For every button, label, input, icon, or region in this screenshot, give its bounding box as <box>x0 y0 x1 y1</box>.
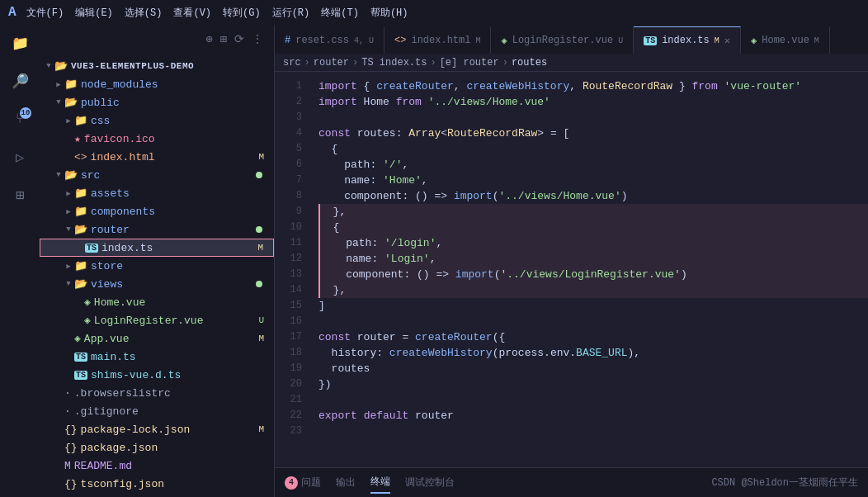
var-token: path <box>318 159 370 171</box>
spacer <box>63 151 74 163</box>
bottom-tab-输出[interactable]: 输出 <box>336 472 356 493</box>
punct-token: , <box>569 80 583 92</box>
line-number: 17 <box>275 329 312 345</box>
sidebar-item[interactable]: ▶📁store <box>40 257 274 275</box>
var-token: routes <box>351 127 396 140</box>
punct-token: ) <box>621 190 628 202</box>
sidebar-item[interactable]: ★favicon.ico <box>40 130 274 148</box>
editor-tab-index-html[interactable]: <>index.htmlM <box>384 26 491 54</box>
code-editor[interactable]: 1234567891011121314151617181920212223 im… <box>275 72 868 467</box>
file-icon: {} <box>64 442 78 454</box>
bottom-tab-label: 问题 <box>301 476 321 490</box>
sidebar-header: ⊕ ⊞ ⟳ ⋮ <box>40 25 274 54</box>
var-token: path <box>320 237 371 249</box>
breadcrumb-part[interactable]: TS index.ts <box>361 57 427 69</box>
line-number: 12 <box>275 251 312 267</box>
sidebar-item[interactable]: ·.browserslistrc <box>40 384 274 402</box>
item-label: Home.vue <box>94 296 145 309</box>
menu-item[interactable]: 运行(R) <box>272 6 310 20</box>
editor-tab-reset-css[interactable]: #reset.css4, U <box>275 26 384 54</box>
sidebar-item[interactable]: TS shims-vue.d.ts <box>40 366 274 384</box>
menu-item[interactable]: 查看(V) <box>173 6 211 20</box>
sidebar-item[interactable]: ▼📂router <box>40 220 274 239</box>
arrow-icon: ▶ <box>63 260 74 272</box>
files-icon[interactable]: 📁 <box>8 31 31 54</box>
sidebar-item[interactable]: ▶📁components <box>40 202 274 220</box>
collapse-all-icon[interactable]: ⋮ <box>252 32 264 46</box>
menu-item[interactable]: 转到(G) <box>223 6 261 20</box>
close-tab-icon[interactable]: ✕ <box>724 35 730 47</box>
sidebar-item[interactable]: MREADME.md <box>40 457 274 475</box>
search-icon[interactable]: 🔎 <box>8 69 31 92</box>
menu-item[interactable]: 终端(T) <box>321 6 359 20</box>
kw-token: const <box>318 331 351 343</box>
refresh-icon[interactable]: ⟳ <box>234 32 245 46</box>
sidebar-header-icons[interactable]: ⊕ ⊞ ⟳ ⋮ <box>205 32 264 46</box>
sidebar-item[interactable]: {}tsconfig.json <box>40 475 274 493</box>
item-label: README.md <box>74 460 132 472</box>
var-token: name <box>320 253 371 265</box>
sidebar-root[interactable]: ▼📂VUE3-ELEMENTPLUS-DEMO <box>40 57 274 75</box>
sidebar-item[interactable]: {}package.json <box>40 438 274 457</box>
breadcrumb-part[interactable]: [e] router <box>440 57 499 69</box>
bottom-tab-问题[interactable]: 4问题 <box>285 472 321 493</box>
sidebar-item[interactable]: ▶📁node_modules <box>40 75 274 93</box>
new-folder-icon[interactable]: ⊞ <box>220 32 228 46</box>
new-file-icon[interactable]: ⊕ <box>205 32 213 46</box>
sidebar-item[interactable]: ◈App.vueM <box>40 329 274 348</box>
punct-token: , <box>454 80 467 92</box>
item-label: App.vue <box>84 333 130 345</box>
ts-icon: TS <box>74 353 87 362</box>
sidebar-item[interactable]: <>index.htmlM <box>40 148 274 166</box>
item-label: package.json <box>81 442 158 454</box>
punct-token: : <box>371 237 384 249</box>
sidebar-item[interactable]: ▼📂public <box>40 93 274 111</box>
sidebar-item[interactable]: ▶📁css <box>40 111 274 130</box>
ts-icon: TS <box>85 244 98 253</box>
source-control-icon[interactable]: ⑂10 <box>8 107 31 130</box>
item-label: .gitignore <box>74 405 139 418</box>
sidebar-item[interactable]: TS main.ts <box>40 348 274 366</box>
breadcrumb-part[interactable]: router <box>314 57 349 69</box>
punct-token: . <box>544 347 550 359</box>
editor-tab-index-ts[interactable]: TSindex.tsM✕ <box>634 26 741 54</box>
line-number: 4 <box>275 125 312 141</box>
bottom-tab-终端[interactable]: 终端 <box>370 471 390 494</box>
fn-token: createRouter <box>415 331 493 343</box>
bottom-tab-调试控制台[interactable]: 调试控制台 <box>405 472 455 493</box>
sidebar-item[interactable]: ▼📂views <box>40 275 274 293</box>
extensions-icon[interactable]: ⊞ <box>8 183 31 206</box>
punct-token: ) <box>681 268 687 281</box>
sidebar-item[interactable]: ◈Home.vue <box>40 293 274 311</box>
item-label: package-lock.json <box>81 424 191 436</box>
folder-icon: 📂 <box>74 223 87 236</box>
menu-bar[interactable]: 文件(F)编辑(E)选择(S)查看(V)转到(G)运行(R)终端(T)帮助(H) <box>26 6 408 20</box>
str-token: '../views/LoginRegister.vue' <box>500 268 680 281</box>
sidebar-item[interactable]: ·.gitignore <box>40 402 274 420</box>
sidebar-item[interactable]: {}package-lock.jsonM <box>40 420 274 438</box>
menu-item[interactable]: 文件(F) <box>26 6 64 20</box>
punct-token: ), <box>628 347 641 359</box>
line-number: 19 <box>275 361 312 376</box>
menu-item[interactable]: 选择(S) <box>125 6 163 20</box>
sidebar-item[interactable]: ▶📁assets <box>40 184 274 202</box>
code-content[interactable]: import { createRouter, createWebHistory,… <box>312 72 868 467</box>
code-line: { <box>318 141 868 157</box>
menu-item[interactable]: 帮助(H) <box>370 6 408 20</box>
sidebar-item[interactable]: TS index.tsM <box>40 239 274 257</box>
line-number: 2 <box>275 94 312 110</box>
sidebar-item[interactable]: ▼📂src <box>40 166 274 184</box>
item-label: .browserslistrc <box>74 387 171 400</box>
modified-badge: M <box>258 334 264 343</box>
kw-token: import <box>318 80 357 92</box>
folder-icon: 📁 <box>74 205 87 218</box>
breadcrumb-part[interactable]: routes <box>512 57 547 69</box>
line-number: 3 <box>275 110 312 125</box>
menu-item[interactable]: 编辑(E) <box>75 6 113 20</box>
kw-token: export <box>318 409 357 422</box>
sidebar-item[interactable]: ◈LoginRegister.vueU <box>40 311 274 329</box>
editor-tab-home-vue[interactable]: ◈Home.vueM <box>741 26 830 54</box>
run-icon[interactable]: ▷ <box>8 145 31 168</box>
editor-tab-login-register[interactable]: ◈LoginRegister.vueU <box>491 26 634 54</box>
breadcrumb-part[interactable]: src <box>283 57 301 69</box>
